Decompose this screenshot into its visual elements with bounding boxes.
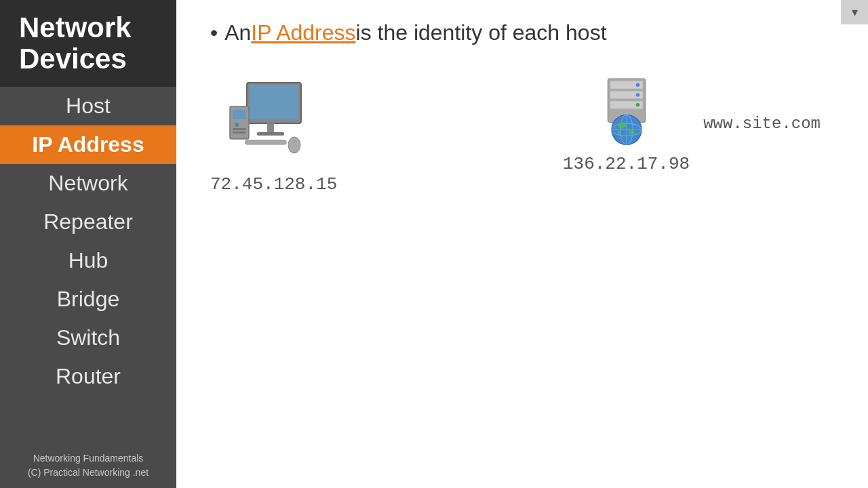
svg-rect-3 xyxy=(257,132,284,136)
main-content: ▾ • An IP Address is the identity of eac… xyxy=(176,0,868,488)
sidebar-title: NetworkDevices xyxy=(0,0,176,87)
svg-rect-7 xyxy=(233,128,246,130)
bullet-prefix: An xyxy=(224,20,251,45)
bullet-symbol: • xyxy=(210,20,218,45)
sidebar-item-repeater[interactable]: Repeater xyxy=(0,203,176,241)
chevron-down-icon: ▾ xyxy=(852,5,858,20)
server-ip: 136.22.17.98 xyxy=(563,154,690,174)
ip-address-highlight: IP Address xyxy=(251,20,355,45)
svg-point-25 xyxy=(628,129,634,134)
sidebar-item-switch[interactable]: Switch xyxy=(0,319,176,357)
client-device: 72.45.128.15 xyxy=(210,73,337,195)
svg-point-6 xyxy=(235,123,239,127)
server-icon-group: 136.22.17.98 xyxy=(563,73,690,174)
bullet-suffix: is the identity of each host xyxy=(356,20,607,45)
svg-rect-5 xyxy=(233,110,246,119)
svg-point-24 xyxy=(618,122,627,128)
svg-rect-8 xyxy=(233,131,246,134)
svg-point-10 xyxy=(288,137,300,153)
sidebar-item-network[interactable]: Network xyxy=(0,164,176,203)
sidebar: NetworkDevices Host IP Address Network R… xyxy=(0,0,176,488)
sidebar-item-ip-address[interactable]: IP Address xyxy=(0,125,176,164)
client-computer-icon xyxy=(220,73,328,167)
server-device: 136.22.17.98 www.site.com xyxy=(563,73,821,174)
svg-point-26 xyxy=(617,131,621,135)
sidebar-item-router[interactable]: Router xyxy=(0,357,176,396)
sidebar-item-hub[interactable]: Hub xyxy=(0,241,176,280)
svg-point-18 xyxy=(635,103,639,107)
sidebar-item-bridge[interactable]: Bridge xyxy=(0,280,176,319)
svg-rect-1 xyxy=(250,85,298,119)
svg-rect-9 xyxy=(245,140,286,144)
svg-point-16 xyxy=(635,93,639,97)
sidebar-item-host[interactable]: Host xyxy=(0,87,176,125)
svg-rect-2 xyxy=(267,123,274,134)
devices-row: 72.45.128.15 xyxy=(210,73,834,195)
sidebar-footer: Networking Fundamentals (C) Practical Ne… xyxy=(0,443,176,488)
server-url: www.site.com xyxy=(703,115,821,133)
footer-line1: Networking Fundamentals xyxy=(7,451,170,466)
chevron-button[interactable]: ▾ xyxy=(841,0,868,24)
svg-point-14 xyxy=(635,83,639,87)
client-ip: 72.45.128.15 xyxy=(210,174,337,195)
bullet-text: • An IP Address is the identity of each … xyxy=(210,20,834,45)
footer-line2: (C) Practical Networking .net xyxy=(7,466,170,480)
